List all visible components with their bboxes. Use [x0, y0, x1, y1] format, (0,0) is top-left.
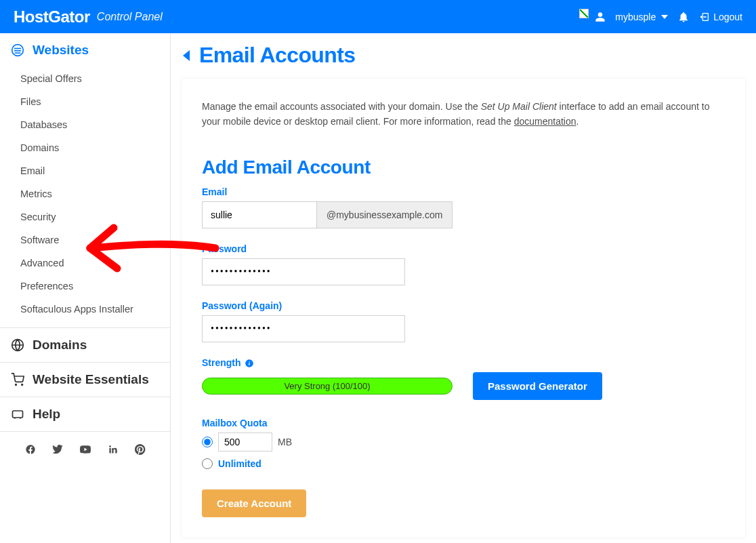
password2-field-group: Password (Again)	[202, 300, 725, 342]
sidebar-item-databases[interactable]: Databases	[0, 113, 170, 136]
intro-pre: Manage the email accounts associated wit…	[202, 101, 481, 112]
email-name-input[interactable]	[202, 201, 317, 228]
quota-value-input[interactable]	[218, 433, 272, 451]
email-row: @mybusinessexample.com	[202, 201, 725, 228]
username-label: mybusple	[615, 12, 656, 22]
broken-image-icon	[579, 9, 589, 18]
logout-label: Logout	[713, 12, 742, 22]
quota-option-unlimited: Unlimited	[202, 458, 725, 469]
sidebar-item-files[interactable]: Files	[0, 90, 170, 113]
strength-group: Strength i Very Strong (100/100) Passwor…	[202, 357, 725, 400]
quota-group: Mailbox Quota MB Unlimited	[202, 418, 725, 469]
sidebar-title: Website Essentials	[33, 372, 149, 387]
sidebar-section-help: Help	[0, 397, 170, 432]
content: Email Accounts Manage the email accounts…	[171, 33, 756, 543]
strength-label-text: Strength	[202, 357, 241, 368]
add-email-heading: Add Email Account	[202, 157, 725, 178]
password-field-group: Password	[202, 243, 725, 285]
chevron-down-icon	[661, 15, 668, 19]
page-title: Email Accounts	[199, 43, 355, 68]
quota-label: Mailbox Quota	[202, 418, 725, 428]
user-dropdown[interactable]: mybusple	[615, 12, 668, 22]
card: Manage the email accounts associated wit…	[182, 79, 745, 538]
quota-radio-unlimited[interactable]	[202, 458, 213, 469]
email-label: Email	[202, 186, 725, 197]
strength-bar: Very Strong (100/100)	[202, 378, 453, 395]
email-field-group: Email @mybusinessexample.com	[202, 186, 725, 228]
sidebar-item-email[interactable]: Email	[0, 159, 170, 182]
svg-point-5	[16, 384, 17, 386]
sidebar: Websites Special Offers Files Databases …	[0, 33, 171, 543]
password-generator-button[interactable]: Password Generator	[473, 372, 602, 400]
header-right: mybusple Logout	[579, 9, 742, 25]
layout: Websites Special Offers Files Databases …	[0, 33, 756, 543]
sidebar-section-essentials: Website Essentials	[0, 363, 170, 397]
social-row	[0, 432, 170, 470]
linkedin-icon[interactable]	[108, 444, 119, 458]
sidebar-item-metrics[interactable]: Metrics	[0, 182, 170, 205]
unlimited-label: Unlimited	[218, 458, 261, 469]
sidebar-section-websites: Websites Special Offers Files Databases …	[0, 33, 170, 328]
mb-label: MB	[278, 437, 292, 447]
sidebar-item-preferences[interactable]: Preferences	[0, 275, 170, 298]
sidebar-head-domains[interactable]: Domains	[0, 328, 170, 362]
quota-option-fixed: MB	[202, 433, 725, 451]
sidebar-item-special-offers[interactable]: Special Offers	[0, 67, 170, 90]
brand-logo: HostGator	[14, 7, 90, 26]
intro-em: Set Up Mail Client	[481, 101, 557, 112]
sidebar-item-software[interactable]: Software	[0, 228, 170, 252]
svg-point-6	[22, 384, 23, 386]
collapse-sidebar-icon[interactable]	[183, 50, 190, 61]
sidebar-title: Websites	[33, 43, 89, 58]
brand-subtitle: Control Panel	[97, 11, 163, 23]
password2-input[interactable]	[202, 315, 405, 342]
sidebar-items-websites: Special Offers Files Databases Domains E…	[0, 67, 170, 327]
email-domain-box: @mybusinessexample.com	[317, 201, 453, 228]
info-icon[interactable]: i	[245, 359, 254, 368]
password2-label: Password (Again)	[202, 300, 725, 311]
quota-radio-fixed[interactable]	[202, 437, 213, 447]
facebook-icon[interactable]	[25, 444, 36, 458]
sidebar-item-advanced[interactable]: Advanced	[0, 252, 170, 275]
password-label: Password	[202, 243, 725, 254]
create-account-button[interactable]: Create Account	[202, 489, 306, 517]
header-left: HostGator Control Panel	[14, 7, 163, 26]
title-row: Email Accounts	[171, 33, 756, 79]
intro-text: Manage the email accounts associated wit…	[202, 99, 725, 129]
strength-label: Strength i	[202, 357, 725, 368]
sidebar-item-softaculous[interactable]: Softaculous Apps Installer	[0, 298, 170, 321]
twitter-icon[interactable]	[52, 444, 63, 458]
user-icon	[595, 12, 606, 22]
sidebar-head-essentials[interactable]: Website Essentials	[0, 363, 170, 397]
sidebar-title: Domains	[33, 338, 87, 353]
bell-icon[interactable]	[677, 11, 690, 23]
sidebar-title: Help	[33, 407, 60, 422]
top-header: HostGator Control Panel mybusple Logout	[0, 0, 756, 33]
sidebar-section-domains: Domains	[0, 328, 170, 363]
logout-link[interactable]: Logout	[699, 12, 742, 22]
sidebar-head-help[interactable]: Help	[0, 397, 170, 431]
sidebar-item-security[interactable]: Security	[0, 205, 170, 228]
sidebar-head-websites[interactable]: Websites	[0, 33, 170, 67]
youtube-icon[interactable]	[79, 444, 91, 458]
intro-post: .	[576, 116, 579, 127]
svg-rect-7	[13, 411, 23, 418]
documentation-link[interactable]: documentation	[514, 116, 576, 127]
strength-row: Very Strong (100/100) Password Generator	[202, 372, 725, 400]
password-input[interactable]	[202, 258, 405, 285]
sidebar-item-domains[interactable]: Domains	[0, 136, 170, 159]
pinterest-icon[interactable]	[135, 444, 146, 458]
